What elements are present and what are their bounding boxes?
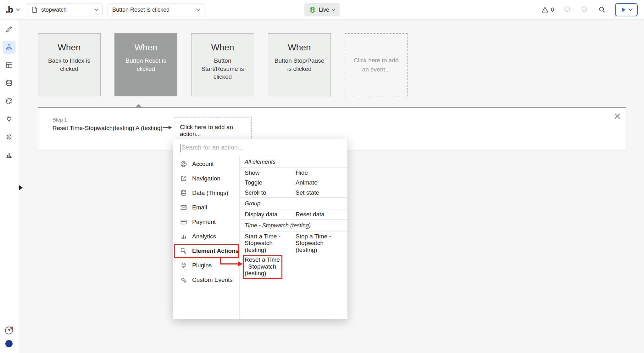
event-card[interactable]: When Button Start/Resume is clicked <box>191 33 254 96</box>
bar-chart-icon <box>5 151 13 159</box>
add-event-label: Click here to add an event... <box>353 56 399 74</box>
action-row: Toggle Animate <box>240 178 347 187</box>
action-section-header: All elements <box>240 156 347 168</box>
action-item-show[interactable]: Show <box>245 169 296 176</box>
step-title[interactable]: Reset Time-Stopwatch(testing) A (testing… <box>53 125 163 132</box>
element-click-icon <box>180 248 187 254</box>
sidebar-bottom: ? <box>5 327 13 353</box>
sidebar-item-workflow[interactable] <box>3 41 16 54</box>
action-section-header: Time - Stopwatch (testing) <box>240 220 347 231</box>
workflow-canvas: When Back to Index is clicked When Butto… <box>18 20 644 353</box>
category-navigation[interactable]: Navigation <box>173 171 239 186</box>
bubble-logo: .b <box>6 5 13 15</box>
action-item-scroll-to[interactable]: Scroll to <box>245 189 296 196</box>
search-icon <box>598 6 606 14</box>
category-element-actions[interactable]: Element Actions <box>173 244 239 258</box>
close-icon[interactable] <box>613 113 620 120</box>
step-number-label: Step 1 <box>53 117 67 123</box>
environment-selector[interactable]: Live <box>304 3 340 16</box>
help-icon: ? <box>8 328 10 333</box>
action-item-set-state[interactable]: Set state <box>296 189 347 196</box>
gears-icon <box>180 276 187 283</box>
action-item-reset-data[interactable]: Reset data <box>296 211 347 218</box>
search-button[interactable] <box>597 5 607 14</box>
action-item-stop-stopwatch[interactable]: Stop a Time - Stopwatch (testing) <box>296 233 347 253</box>
event-card-title: When <box>192 43 254 53</box>
layout-icon <box>5 61 13 69</box>
event-card[interactable]: When Back to Index is clicked <box>38 33 101 96</box>
annotation-red-box: Reset a Time - Stopwatch (testing) <box>243 255 282 278</box>
sidebar-item-styles[interactable] <box>3 94 16 108</box>
sidebar-item-design[interactable] <box>3 23 16 36</box>
action-row: Start a Time - Stopwatch (testing) Stop … <box>240 231 347 255</box>
sidebar-item-pages[interactable] <box>3 59 16 72</box>
undo-button[interactable] <box>562 5 572 14</box>
sidebar-item-plugins[interactable] <box>3 112 16 126</box>
category-plugins[interactable]: Plugins <box>173 258 239 273</box>
category-label: Account <box>192 161 214 168</box>
event-card-subtitle: Back to Index is clicked <box>38 57 100 73</box>
help-button[interactable]: ? <box>5 327 13 334</box>
action-search <box>173 139 347 156</box>
environment-label: Live <box>319 7 329 13</box>
redo-button[interactable] <box>580 5 589 14</box>
chevron-down-icon <box>331 7 336 11</box>
plug-icon <box>5 115 13 123</box>
add-action-placeholder[interactable]: Click here to add an action... <box>174 117 252 142</box>
bubble-logo-menu[interactable]: .b <box>6 0 19 20</box>
category-account[interactable]: Account <box>173 157 239 171</box>
category-analytics[interactable]: Analytics <box>173 229 239 244</box>
action-item-reset-stopwatch[interactable]: Reset a Time - Stopwatch (testing) <box>245 256 296 278</box>
category-label: Element Actions <box>192 248 239 254</box>
chevron-down-icon <box>196 7 200 11</box>
action-item-animate[interactable]: Animate <box>296 179 347 186</box>
page-selector-dropdown[interactable]: stopwatch <box>27 3 103 16</box>
action-row: Reset a Time - Stopwatch (testing) <box>240 255 347 280</box>
event-card-selected[interactable]: When Button Reset is clicked <box>114 33 177 96</box>
database-icon <box>180 190 187 196</box>
category-custom-events[interactable]: Custom Events <box>173 273 239 287</box>
pencil-icon <box>5 26 13 33</box>
sidebar-item-logs[interactable] <box>3 148 16 162</box>
event-card-subtitle: Button Reset is clicked <box>115 57 177 73</box>
event-card-subtitle: Button Stop/Pause is clicked <box>268 57 330 73</box>
gear-icon <box>5 133 13 141</box>
play-icon <box>621 7 626 13</box>
category-email[interactable]: Email <box>173 200 239 215</box>
issues-count: 0 <box>551 7 554 13</box>
chevron-down-icon <box>16 7 20 11</box>
text-cursor <box>180 144 180 152</box>
action-item-display-data[interactable]: Display data <box>245 211 296 218</box>
category-label: Navigation <box>192 175 220 182</box>
flow-arrow-icon <box>163 125 172 130</box>
action-search-input[interactable] <box>173 139 347 156</box>
category-label: Plugins <box>192 262 212 269</box>
add-event-placeholder[interactable]: Click here to add an event... <box>345 33 408 96</box>
workflow-selector-dropdown[interactable]: Button Reset is clicked <box>108 3 204 16</box>
share-arrow-icon <box>180 175 187 182</box>
plug-icon <box>180 262 187 269</box>
page-icon <box>32 7 37 13</box>
avatar[interactable] <box>5 340 13 347</box>
action-item-toggle[interactable]: Toggle <box>245 179 296 186</box>
action-item-hide[interactable]: Hide <box>296 169 347 176</box>
event-card[interactable]: When Button Stop/Pause is clicked <box>268 33 331 96</box>
person-circle-icon <box>180 161 187 168</box>
preview-button[interactable] <box>615 3 638 16</box>
action-row: Show Hide <box>240 168 347 178</box>
credit-card-icon <box>180 219 187 225</box>
warning-triangle-icon <box>541 6 549 14</box>
undo-icon <box>563 6 571 14</box>
left-sidebar: ? <box>0 20 18 353</box>
issues-indicator[interactable]: 0 <box>541 6 554 14</box>
category-data-things[interactable]: Data (Things) <box>173 186 239 200</box>
action-item-start-stopwatch[interactable]: Start a Time - Stopwatch (testing) <box>245 233 296 253</box>
category-payment[interactable]: Payment <box>173 215 239 229</box>
sidebar-item-data[interactable] <box>3 77 16 90</box>
add-action-label: Click here to add an action... <box>180 124 233 137</box>
action-row: Display data Reset data <box>240 209 347 219</box>
event-card-title: When <box>38 43 100 53</box>
sidebar-item-settings[interactable] <box>3 130 16 144</box>
database-icon <box>5 79 13 87</box>
sidebar-collapse-handle[interactable] <box>19 185 23 190</box>
